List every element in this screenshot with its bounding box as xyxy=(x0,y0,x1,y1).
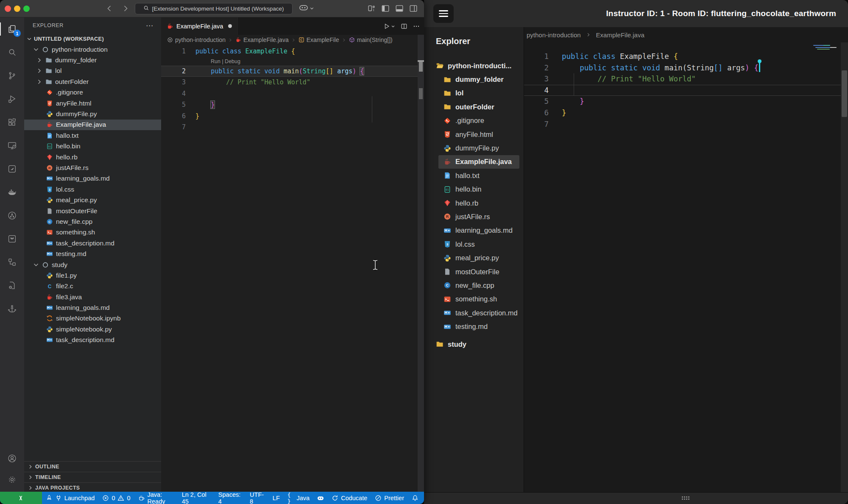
activity-search[interactable] xyxy=(0,41,24,64)
explorer-more-icon[interactable]: ⋯ xyxy=(146,21,153,30)
code-line-2[interactable]: 2 public static void main(String[] args)… xyxy=(161,66,418,77)
tab-examplefile-java[interactable]: ExampleFile.java xyxy=(161,17,238,35)
modified-dot-icon[interactable] xyxy=(228,24,232,28)
activity-explorer[interactable]: 1 xyxy=(0,17,24,41)
activity-network-circle[interactable] xyxy=(0,204,24,227)
tree-item-anyFile.html[interactable]: anyFile.html xyxy=(24,98,161,109)
layout-sidebar-right-icon[interactable] xyxy=(409,4,418,13)
code-line-6[interactable]: 6} xyxy=(161,111,418,122)
code-line-1[interactable]: 1public class ExampleFile { xyxy=(524,51,848,62)
tree-item-.gitignore[interactable]: .gitignore xyxy=(438,114,519,128)
tree-item-hallo.txt[interactable]: hallo.txt xyxy=(438,169,519,182)
breadcrumb-item[interactable]: python-introduction xyxy=(527,31,581,39)
status-prettier[interactable]: Prettier xyxy=(371,492,408,504)
drag-grip[interactable] xyxy=(682,496,690,501)
scrollbar[interactable] xyxy=(841,42,848,492)
scrollbar-thumb[interactable] xyxy=(419,88,423,99)
tree-item-anyFile.html[interactable]: anyFile.html xyxy=(438,128,519,141)
scrollbar[interactable] xyxy=(418,35,424,492)
tree-item-simpleNotebook.py[interactable]: simpleNotebook.py xyxy=(24,324,161,334)
tree-item-task_description.md[interactable]: task_description.md xyxy=(24,238,161,248)
section-java-projects[interactable]: JAVA PROJECTS xyxy=(24,482,161,492)
tree-item-file2.c[interactable]: Cfile2.c xyxy=(24,281,161,292)
status-launchpad[interactable]: Launchpad xyxy=(42,492,99,504)
tree-item-hello.rb[interactable]: hello.rb xyxy=(438,196,519,210)
remote-indicator[interactable] xyxy=(0,492,42,504)
status-indentation[interactable]: Spaces: 4 xyxy=(215,492,246,504)
run-button[interactable] xyxy=(383,23,395,30)
activity-settings-gear[interactable] xyxy=(0,469,24,490)
customize-layout-icon[interactable] xyxy=(367,4,376,13)
tree-item-hallo.txt[interactable]: hallo.txt xyxy=(24,130,161,141)
tree-item-file1.py[interactable]: file1.py xyxy=(24,270,161,281)
activity-accounts[interactable] xyxy=(0,448,24,469)
activity-test-box[interactable] xyxy=(0,157,24,181)
tree-item-python-introduction[interactable]: python-introduction xyxy=(24,44,161,55)
status-problems[interactable]: 00 xyxy=(98,492,134,504)
tree-item-meal_price.py[interactable]: meal_price.py xyxy=(438,251,519,265)
tree-item-dummyFile.py[interactable]: dummyFile.py xyxy=(24,109,161,119)
minimize-button[interactable] xyxy=(14,6,20,12)
code-editor[interactable]: 1public class ExampleFile {Run | Debug2 … xyxy=(161,45,418,133)
status-notifications[interactable] xyxy=(408,492,422,504)
status-coducate[interactable]: Coducate xyxy=(328,492,371,504)
tree-item-file3.java[interactable]: file3.java xyxy=(24,292,161,302)
tree-item-justAFile.rs[interactable]: RjustAFile.rs xyxy=(438,210,519,223)
code-line-3[interactable]: 3 // Print "Hello World" xyxy=(524,73,848,85)
tree-item-learning_goals.md[interactable]: learning_goals.md xyxy=(24,173,161,184)
tree-item-hello.bin[interactable]: 01hello.bin xyxy=(438,183,519,196)
tree-item-learning_goals.md[interactable]: learning_goals.md xyxy=(438,224,519,237)
tree-item-lol.css[interactable]: 3lol.css xyxy=(438,237,519,251)
split-editor-icon[interactable] xyxy=(401,23,407,30)
breadcrumb-item[interactable]: ExampleFile xyxy=(298,36,339,43)
code-line-6[interactable]: 6} xyxy=(524,107,848,119)
code-line-1[interactable]: 1public class ExampleFile { xyxy=(161,46,418,57)
tree-item-task_description.md[interactable]: task_description.md xyxy=(438,306,519,320)
command-center[interactable]: [Extension Development Host] Untitled (W… xyxy=(135,3,293,14)
status-copilot[interactable] xyxy=(313,492,328,504)
code-line-4[interactable]: 4 xyxy=(161,88,418,100)
scrollbar-thumb[interactable] xyxy=(419,60,423,72)
tree-item-justAFile.rs[interactable]: RjustAFile.rs xyxy=(24,162,161,173)
breadcrumb-item[interactable]: ExampleFile.java xyxy=(596,31,644,39)
activity-extensions[interactable] xyxy=(0,111,24,134)
tree-item-learning_goals.md[interactable]: learning_goals.md xyxy=(24,302,161,313)
scrollbar-thumb[interactable] xyxy=(842,70,847,117)
workspace-row[interactable]: UNTITLED (WORKSPACE) xyxy=(24,33,161,44)
tree-item-dummy_folder[interactable]: dummy_folder xyxy=(24,55,161,65)
tree-item-new_file.cpp[interactable]: Cnew_file.cpp xyxy=(24,216,161,227)
copilot-menu[interactable] xyxy=(299,4,314,13)
nav-back-icon[interactable] xyxy=(105,4,114,13)
tree-item-python-introducti[interactable]: python-introducti... xyxy=(424,59,524,72)
tree-item-ExampleFile.java[interactable]: ExampleFile.java xyxy=(438,155,519,169)
layout-sidebar-left-icon[interactable] xyxy=(381,4,390,13)
tree-item-testing.md[interactable]: testing.md xyxy=(24,248,161,259)
activity-anchor[interactable] xyxy=(0,297,24,320)
section-outline[interactable]: OUTLINE xyxy=(24,461,161,472)
menu-button[interactable] xyxy=(433,4,454,23)
close-button[interactable] xyxy=(5,6,11,12)
status-language-java[interactable]: { }Java xyxy=(284,492,313,504)
code-line-4[interactable]: 4 xyxy=(524,85,848,96)
breadcrumb-item[interactable]: ExampleFile.java xyxy=(235,36,289,43)
codelens-run-debug[interactable]: Run | Debug xyxy=(211,57,418,66)
tree-item-lol[interactable]: lol xyxy=(438,86,519,100)
breadcrumb-item[interactable]: main(String[]) xyxy=(349,36,393,43)
tree-item-new_file.cpp[interactable]: Cnew_file.cpp xyxy=(438,278,519,292)
tree-item-testing.md[interactable]: testing.md xyxy=(438,320,519,333)
tree-item-dummy_folder[interactable]: dummy_folder xyxy=(438,72,519,86)
tree-item-task_description.md[interactable]: task_description.md xyxy=(24,335,161,345)
layout-panel-icon[interactable] xyxy=(395,4,404,13)
tree-item-meal_price.py[interactable]: meal_price.py xyxy=(24,195,161,205)
code-line-3[interactable]: 3 // Print "Hello World" xyxy=(161,77,418,88)
nav-forward-icon[interactable] xyxy=(121,4,130,13)
tree-item-outerFolder[interactable]: outerFolder xyxy=(24,76,161,87)
activity-source-control[interactable] xyxy=(0,64,24,87)
breadcrumb-item[interactable]: python-introduction xyxy=(167,36,226,43)
tree-item-study[interactable]: study xyxy=(424,337,524,351)
status-eol[interactable]: LF xyxy=(269,492,284,504)
code-line-5[interactable]: 5 } xyxy=(161,99,418,111)
tree-item-hello.bin[interactable]: 01hello.bin xyxy=(24,141,161,152)
activity-org-chart[interactable] xyxy=(0,251,24,274)
tree-item-something.sh[interactable]: something.sh xyxy=(24,227,161,238)
